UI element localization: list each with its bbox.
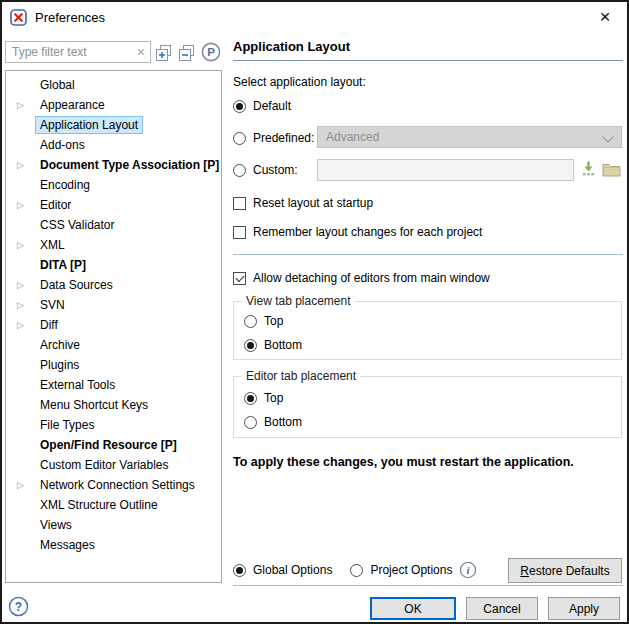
editor-tab-bottom-option[interactable]: Bottom bbox=[244, 415, 302, 429]
global-options-radio[interactable] bbox=[233, 564, 246, 577]
restore-defaults-button[interactable]: Restore Defaults bbox=[508, 558, 622, 583]
tree-item-label: File Types bbox=[35, 416, 99, 434]
tree-item-label: Editor bbox=[35, 196, 76, 214]
tree-item[interactable]: External Tools bbox=[6, 375, 221, 395]
tree-item-label: Menu Shortcut Keys bbox=[35, 396, 153, 414]
tree-item[interactable]: Encoding bbox=[6, 175, 221, 195]
footer-divider bbox=[233, 585, 623, 586]
svg-text:i: i bbox=[467, 564, 471, 576]
tree-item-label: Data Sources bbox=[35, 276, 118, 294]
allow-detach-option[interactable]: Allow detaching of editors from main win… bbox=[233, 271, 490, 285]
tree-item[interactable]: Add-ons bbox=[6, 135, 221, 155]
custom-layout-input[interactable] bbox=[318, 160, 577, 182]
default-label: Default bbox=[253, 99, 291, 113]
tree-item[interactable]: ▷Document Type Association [P] bbox=[6, 155, 221, 175]
tree-item-label: SVN bbox=[35, 296, 70, 314]
close-icon[interactable]: × bbox=[583, 2, 627, 32]
svg-text:P: P bbox=[207, 46, 215, 58]
global-options-label: Global Options bbox=[253, 563, 332, 577]
expand-all-icon[interactable] bbox=[155, 44, 172, 61]
editor-tab-top-option[interactable]: Top bbox=[244, 391, 283, 405]
cancel-button[interactable]: Cancel bbox=[466, 597, 538, 620]
remember-layout-label: Remember layout changes for each project bbox=[253, 225, 482, 239]
tree-item-label: Open/Find Resource [P] bbox=[35, 436, 182, 454]
expand-arrow-icon[interactable]: ▷ bbox=[14, 240, 27, 250]
tree-item[interactable]: ▷Network Connection Settings bbox=[6, 475, 221, 495]
tree-item[interactable]: ▷Data Sources bbox=[6, 275, 221, 295]
project-options-filter-icon[interactable]: P bbox=[201, 42, 221, 62]
tree-item-label: Application Layout bbox=[35, 116, 143, 134]
allow-detach-checkbox[interactable] bbox=[233, 272, 246, 285]
tree-item[interactable]: Archive bbox=[6, 335, 221, 355]
layout-predefined-option[interactable]: Predefined: bbox=[233, 131, 314, 145]
chevron-down-icon bbox=[602, 131, 613, 142]
tree-item[interactable]: Menu Shortcut Keys bbox=[6, 395, 221, 415]
info-icon[interactable]: i bbox=[459, 561, 477, 579]
expand-arrow-icon[interactable]: ▷ bbox=[14, 280, 27, 290]
tree-item-label: Messages bbox=[35, 536, 100, 554]
layout-default-option[interactable]: Default bbox=[233, 99, 291, 113]
view-tab-bottom-radio[interactable] bbox=[244, 339, 257, 352]
tree-item[interactable]: XML Structure Outline bbox=[6, 495, 221, 515]
restart-warning: To apply these changes, you must restart… bbox=[233, 455, 574, 469]
view-tab-top-option[interactable]: Top bbox=[244, 314, 283, 328]
tree-item[interactable]: ▷SVN bbox=[6, 295, 221, 315]
predefined-value: Advanced bbox=[326, 130, 379, 144]
default-radio[interactable] bbox=[233, 100, 246, 113]
apply-button[interactable]: Apply bbox=[548, 597, 620, 620]
filter-input[interactable] bbox=[6, 45, 132, 59]
tree-item-label: Appearance bbox=[35, 96, 110, 114]
tree-item-label: XML bbox=[35, 236, 70, 254]
editor-tab-bottom-radio[interactable] bbox=[244, 416, 257, 429]
tree-item[interactable]: ▷Appearance bbox=[6, 95, 221, 115]
options-scope-row: Global Options Project Options i bbox=[233, 561, 477, 579]
tree-item-label: CSS Validator bbox=[35, 216, 119, 234]
tree-item-label: Archive bbox=[35, 336, 85, 354]
tree-item[interactable]: Global bbox=[6, 75, 221, 95]
tree-item[interactable]: ▷Diff bbox=[6, 315, 221, 335]
tree-item[interactable]: ▷Editor bbox=[6, 195, 221, 215]
reset-layout-option[interactable]: Reset layout at startup bbox=[233, 196, 373, 210]
tree-item-label: Plugins bbox=[35, 356, 84, 374]
view-tab-group-title: View tab placement bbox=[242, 294, 355, 308]
predefined-radio[interactable] bbox=[233, 132, 246, 145]
expand-arrow-icon[interactable]: ▷ bbox=[14, 100, 27, 110]
tree-item[interactable]: ▷XML bbox=[6, 235, 221, 255]
tree-item-label: External Tools bbox=[35, 376, 120, 394]
tree-item[interactable]: Views bbox=[6, 515, 221, 535]
tree-item[interactable]: Application Layout bbox=[6, 115, 221, 135]
clear-filter-icon[interactable]: × bbox=[132, 44, 150, 60]
remember-layout-checkbox[interactable] bbox=[233, 226, 246, 239]
custom-radio[interactable] bbox=[233, 164, 246, 177]
ok-button[interactable]: OK bbox=[370, 597, 456, 620]
filter-field: × bbox=[5, 41, 151, 63]
tree-item[interactable]: Custom Editor Variables bbox=[6, 455, 221, 475]
expand-arrow-icon[interactable]: ▷ bbox=[14, 160, 27, 170]
tree-item[interactable]: Messages bbox=[6, 535, 221, 555]
expand-arrow-icon[interactable]: ▷ bbox=[14, 300, 27, 310]
reset-layout-checkbox[interactable] bbox=[233, 197, 246, 210]
collapse-all-icon[interactable] bbox=[178, 44, 195, 61]
help-icon[interactable]: ? bbox=[8, 596, 29, 617]
predefined-layout-select[interactable]: Advanced bbox=[317, 126, 622, 148]
preferences-dialog: Preferences × × P Global▷AppearanceAppli… bbox=[0, 0, 629, 624]
expand-arrow-icon[interactable]: ▷ bbox=[14, 320, 27, 330]
tree-item[interactable]: Plugins bbox=[6, 355, 221, 375]
view-tab-bottom-option[interactable]: Bottom bbox=[244, 338, 302, 352]
expand-arrow-icon[interactable]: ▷ bbox=[14, 480, 27, 490]
download-layout-icon[interactable] bbox=[580, 160, 597, 177]
custom-layout-field bbox=[317, 159, 574, 181]
editor-tab-group-title: Editor tab placement bbox=[242, 369, 360, 383]
tree-item[interactable]: DITA [P] bbox=[6, 255, 221, 275]
layout-custom-option[interactable]: Custom: bbox=[233, 163, 298, 177]
tree-item[interactable]: CSS Validator bbox=[6, 215, 221, 235]
remember-layout-option[interactable]: Remember layout changes for each project bbox=[233, 225, 482, 239]
expand-arrow-icon[interactable]: ▷ bbox=[14, 200, 27, 210]
editor-tab-top-radio[interactable] bbox=[244, 392, 257, 405]
view-tab-top-radio[interactable] bbox=[244, 315, 257, 328]
tree-item-label: Custom Editor Variables bbox=[35, 456, 174, 474]
browse-folder-icon[interactable] bbox=[602, 162, 621, 177]
tree-item[interactable]: Open/Find Resource [P] bbox=[6, 435, 221, 455]
project-options-radio[interactable] bbox=[350, 564, 363, 577]
tree-item[interactable]: File Types bbox=[6, 415, 221, 435]
